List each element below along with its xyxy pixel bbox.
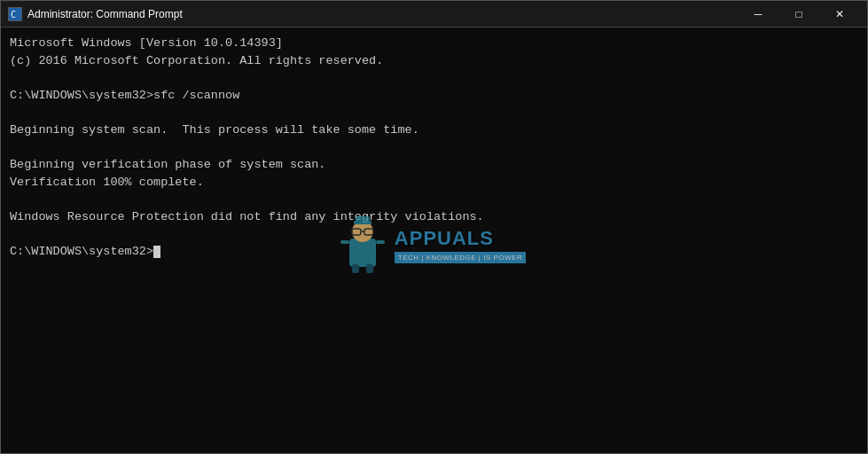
svg-rect-2	[349, 239, 376, 267]
svg-text:C: C	[11, 10, 16, 20]
watermark-tagline: TECH | KNOWLEDGE | IS POWER	[395, 252, 526, 263]
maximize-button[interactable]: □	[778, 1, 819, 27]
watermark-figure	[336, 214, 389, 276]
window-title: Administrator: Command Prompt	[27, 8, 738, 20]
watermark-text: APPUALS TECH | KNOWLEDGE | IS POWER	[395, 227, 526, 263]
cmd-icon: C	[8, 7, 22, 21]
watermark: APPUALS TECH | KNOWLEDGE | IS POWER	[329, 200, 533, 289]
svg-rect-8	[356, 216, 370, 222]
watermark-title: APPUALS	[395, 227, 526, 250]
minimize-button[interactable]: ─	[738, 1, 778, 27]
title-bar: C Administrator: Command Prompt ─ □ ✕	[1, 1, 867, 27]
svg-rect-12	[366, 264, 373, 273]
svg-rect-10	[376, 240, 385, 244]
svg-rect-11	[352, 264, 359, 273]
svg-rect-9	[340, 240, 349, 244]
cmd-window: C Administrator: Command Prompt ─ □ ✕ Mi…	[0, 0, 868, 454]
console-body[interactable]: Microsoft Windows [Version 10.0.14393] (…	[1, 27, 867, 453]
window-controls: ─ □ ✕	[738, 1, 860, 27]
close-button[interactable]: ✕	[819, 1, 860, 27]
